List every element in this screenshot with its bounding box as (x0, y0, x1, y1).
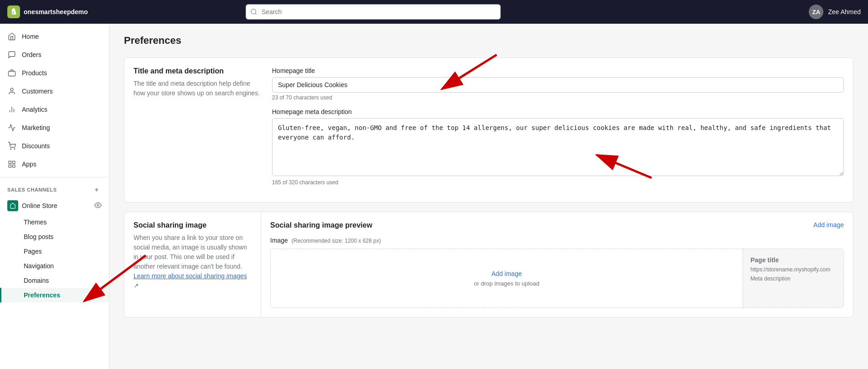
meta-two-col: Title and meta description The title and… (134, 67, 844, 193)
homepage-title-field: Homepage title 23 of 70 characters used (272, 67, 844, 101)
add-sales-channel-button[interactable] (92, 185, 102, 195)
customers-icon (7, 87, 16, 96)
homepage-meta-input[interactable] (272, 118, 844, 176)
homepage-meta-field: Homepage meta description 165 of 320 cha… (272, 108, 844, 186)
social-section-card: Social sharing image When you share a li… (124, 212, 853, 317)
apps-icon (7, 160, 16, 169)
social-preview-heading: Social sharing image preview (270, 221, 372, 229)
add-image-link[interactable]: Add image (813, 221, 844, 229)
store-name: onesmartsheepdemo (24, 8, 88, 16)
image-label-row: Image (Recommended size: 1200 x 628 px) (270, 237, 844, 244)
top-bar: onesmartsheepdemo ZA Zee Ahmed (0, 0, 868, 24)
online-store-name[interactable]: Online Store (22, 202, 91, 209)
main-nav: Home Orders Products (0, 24, 109, 306)
sidebar-item-products-label: Products (22, 69, 47, 77)
discounts-icon (7, 141, 16, 151)
sidebar-subitem-blog-posts[interactable]: Blog posts (0, 229, 109, 244)
sidebar-subitem-themes[interactable]: Themes (0, 215, 109, 229)
sidebar-item-customers-label: Customers (22, 88, 53, 95)
svg-rect-10 (13, 165, 15, 167)
sales-channels-header: SALES CHANNELS (0, 181, 109, 197)
meta-section-description: The title and meta description help defi… (134, 79, 261, 98)
svg-point-7 (14, 149, 15, 150)
sidebar-item-apps-label: Apps (22, 161, 36, 168)
shopify-logo-icon (7, 5, 20, 18)
social-right-header: Social sharing image preview Add image (270, 221, 844, 229)
preview-url: https://storename.myshopify.com (750, 266, 836, 273)
add-image-button[interactable]: Add image (492, 270, 522, 277)
sidebar-item-apps[interactable]: Apps (0, 155, 109, 173)
external-link-icon: ↗ (134, 282, 139, 289)
sidebar-item-orders[interactable]: Orders (0, 46, 109, 64)
main-content: Preferences Title and meta description T… (109, 24, 868, 369)
sidebar-subitem-pages-label: Pages (24, 248, 42, 255)
sidebar-item-customers[interactable]: Customers (0, 82, 109, 100)
sidebar-item-home-label: Home (22, 33, 39, 40)
user-area: ZA Zee Ahmed (809, 5, 861, 19)
products-icon (7, 68, 16, 78)
sidebar-subitem-domains-label: Domains (24, 277, 49, 284)
marketing-icon (7, 123, 16, 132)
store-logo[interactable]: onesmartsheepdemo (7, 5, 88, 18)
svg-point-14 (97, 204, 99, 206)
homepage-meta-char-count: 165 of 320 characters used (272, 179, 844, 186)
svg-rect-8 (9, 161, 11, 163)
homepage-title-char-count: 23 of 70 characters used (272, 94, 844, 101)
sidebar-item-orders-label: Orders (22, 51, 41, 58)
search-input[interactable] (246, 4, 501, 20)
social-section-description: When you share a link to your store on s… (134, 233, 252, 291)
meta-section-heading: Title and meta description (134, 67, 261, 75)
online-store-icon (7, 200, 18, 211)
drop-text: or drop images to upload (474, 280, 539, 287)
svg-rect-1 (9, 71, 15, 76)
image-upload-zone[interactable]: Add image or drop images to upload (271, 249, 743, 307)
learn-more-link[interactable]: Learn more about social sharing images (134, 272, 247, 280)
sidebar-item-marketing-label: Marketing (22, 124, 50, 131)
sidebar-item-products[interactable]: Products (0, 64, 109, 82)
sidebar-subitem-navigation[interactable]: Navigation (0, 259, 109, 273)
image-preview-panel: Page title https://storename.myshopify.c… (743, 249, 843, 307)
online-store-row: Online Store (0, 197, 109, 215)
sidebar-subitem-preferences[interactable]: Preferences (0, 288, 109, 302)
home-icon (7, 32, 16, 41)
svg-point-2 (10, 88, 13, 91)
sidebar: Home Orders Products (0, 24, 109, 369)
svg-rect-11 (9, 165, 11, 167)
sidebar-subitem-themes-label: Themes (24, 218, 47, 226)
meta-col-left: Title and meta description The title and… (134, 67, 261, 193)
analytics-icon (7, 105, 16, 114)
sidebar-subitem-blog-posts-label: Blog posts (24, 233, 53, 240)
meta-section-card: Title and meta description The title and… (124, 57, 853, 203)
sidebar-subitem-pages[interactable]: Pages (0, 244, 109, 259)
homepage-meta-label: Homepage meta description (272, 108, 844, 115)
meta-col-right: Homepage title 23 of 70 characters used … (272, 67, 844, 193)
homepage-title-input[interactable] (272, 77, 844, 93)
social-section-right: Social sharing image preview Add image I… (261, 212, 853, 317)
avatar: ZA (809, 5, 823, 19)
user-name: Zee Ahmed (828, 8, 861, 16)
sidebar-subitem-domains[interactable]: Domains (0, 273, 109, 288)
search-icon (250, 8, 257, 16)
eye-icon[interactable] (94, 202, 102, 210)
sidebar-item-marketing[interactable]: Marketing (0, 119, 109, 137)
svg-point-0 (251, 9, 256, 14)
sidebar-item-discounts[interactable]: Discounts (0, 137, 109, 155)
social-section-left: Social sharing image When you share a li… (124, 212, 261, 317)
page-title: Preferences (124, 35, 853, 47)
homepage-title-label: Homepage title (272, 67, 844, 74)
sales-channels-label: SALES CHANNELS (7, 187, 57, 192)
sidebar-subitem-preferences-label: Preferences (24, 291, 60, 299)
sidebar-item-analytics-label: Analytics (22, 106, 47, 113)
orders-icon (7, 50, 16, 59)
sidebar-item-discounts-label: Discounts (22, 142, 50, 150)
preview-meta-label: Meta description (750, 275, 836, 282)
svg-rect-9 (13, 161, 15, 163)
preview-page-title-label: Page title (750, 256, 836, 264)
sidebar-item-analytics[interactable]: Analytics (0, 100, 109, 119)
sidebar-subitem-navigation-label: Navigation (24, 262, 54, 270)
search-bar (246, 4, 501, 20)
sidebar-item-home[interactable]: Home (0, 27, 109, 46)
image-label: Image (270, 237, 288, 244)
svg-point-6 (10, 149, 11, 150)
image-drop-area[interactable]: Add image or drop images to upload Page … (270, 249, 844, 308)
